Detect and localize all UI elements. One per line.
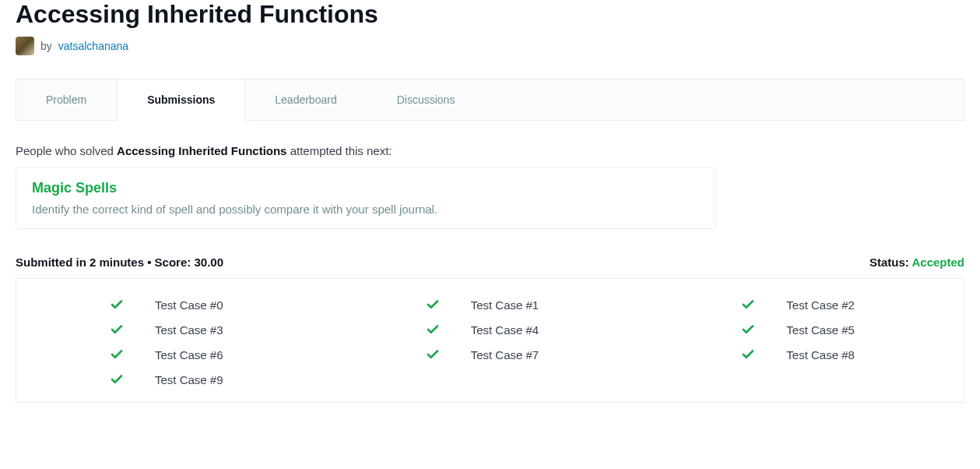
testcase-label: Test Case #2 bbox=[786, 298, 855, 312]
page-title: Accessing Inherited Functions bbox=[16, 0, 964, 29]
testcase-row[interactable]: Test Case #6 bbox=[32, 347, 317, 361]
testcase-row[interactable]: Test Case #5 bbox=[663, 323, 948, 337]
testcase-row[interactable]: Test Case #0 bbox=[32, 298, 317, 312]
status-label: Status: bbox=[869, 256, 912, 269]
next-prompt-prefix: People who solved bbox=[16, 144, 117, 157]
check-icon bbox=[426, 323, 440, 337]
testcase-row[interactable]: Test Case #9 bbox=[32, 372, 317, 386]
check-icon bbox=[426, 347, 440, 361]
testcase-row[interactable]: Test Case #7 bbox=[348, 347, 633, 361]
byline-prefix: by bbox=[40, 40, 52, 52]
testcase-label: Test Case #0 bbox=[155, 298, 223, 312]
testcase-label: Test Case #9 bbox=[155, 373, 223, 386]
next-challenge-card[interactable]: Magic Spells Identify the correct kind o… bbox=[16, 167, 716, 229]
testcase-label: Test Case #1 bbox=[471, 298, 539, 312]
tabs: Problem Submissions Leaderboard Discussi… bbox=[16, 79, 964, 121]
check-icon bbox=[110, 347, 124, 361]
submission-summary: Submitted in 2 minutes • Score: 30.00 bbox=[16, 256, 223, 269]
testcase-label: Test Case #7 bbox=[471, 348, 539, 361]
testcase-row[interactable]: Test Case #1 bbox=[348, 298, 633, 312]
testcase-row[interactable]: Test Case #8 bbox=[663, 347, 948, 361]
tab-problem[interactable]: Problem bbox=[16, 79, 117, 120]
testcase-label: Test Case #8 bbox=[786, 348, 855, 361]
check-icon bbox=[110, 372, 124, 386]
check-icon bbox=[110, 323, 124, 337]
check-icon bbox=[741, 347, 755, 361]
testcase-grid: Test Case #0Test Case #1Test Case #2Test… bbox=[32, 298, 948, 386]
check-icon bbox=[741, 323, 755, 337]
byline: by vatsalchanana bbox=[16, 37, 964, 55]
tab-leaderboard[interactable]: Leaderboard bbox=[245, 79, 367, 120]
next-prompt-strong: Accessing Inherited Functions bbox=[117, 144, 286, 157]
testcase-label: Test Case #5 bbox=[786, 323, 855, 337]
testcase-label: Test Case #3 bbox=[155, 323, 223, 337]
testcase-box: Test Case #0Test Case #1Test Case #2Test… bbox=[16, 278, 964, 403]
avatar bbox=[16, 37, 34, 55]
testcase-label: Test Case #4 bbox=[471, 323, 539, 337]
check-icon bbox=[426, 298, 440, 312]
author-link[interactable]: vatsalchanana bbox=[58, 40, 128, 52]
next-challenge-title: Magic Spells bbox=[32, 180, 700, 196]
next-prompt: People who solved Accessing Inherited Fu… bbox=[16, 144, 964, 157]
submission-status: Status: Accepted bbox=[869, 256, 964, 269]
testcase-row[interactable]: Test Case #4 bbox=[348, 323, 633, 337]
result-bar: Submitted in 2 minutes • Score: 30.00 St… bbox=[16, 256, 964, 269]
next-challenge-desc: Identify the correct kind of spell and p… bbox=[32, 203, 700, 216]
tab-submissions[interactable]: Submissions bbox=[117, 79, 245, 121]
testcase-label: Test Case #6 bbox=[155, 348, 223, 361]
check-icon bbox=[110, 298, 124, 312]
testcase-row[interactable]: Test Case #2 bbox=[663, 298, 948, 312]
status-value: Accepted bbox=[912, 256, 964, 269]
check-icon bbox=[741, 298, 755, 312]
testcase-row[interactable]: Test Case #3 bbox=[32, 323, 317, 337]
next-prompt-suffix: attempted this next: bbox=[286, 144, 392, 157]
tab-discussions[interactable]: Discussions bbox=[367, 79, 486, 120]
